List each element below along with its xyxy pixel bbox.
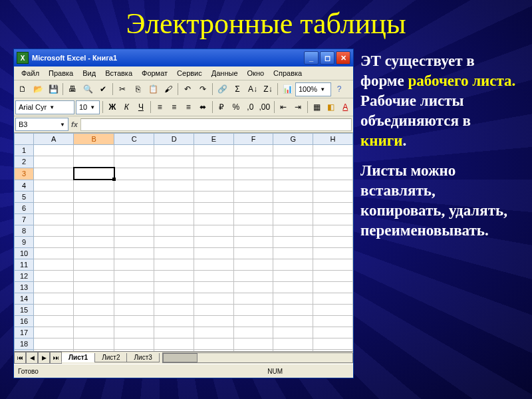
- chart-icon[interactable]: 📊: [280, 82, 295, 96]
- cell-D18[interactable]: [154, 338, 194, 350]
- cell-C4[interactable]: [114, 180, 154, 192]
- cell-H11[interactable]: [313, 259, 353, 271]
- cell-G8[interactable]: [273, 225, 313, 237]
- cell-A12[interactable]: [34, 271, 74, 282]
- cell-G15[interactable]: [273, 305, 313, 316]
- menu-data[interactable]: Данные: [207, 68, 243, 78]
- undo-icon[interactable]: ↶: [180, 82, 195, 96]
- row-header-16[interactable]: 16: [15, 316, 34, 327]
- cell-F3[interactable]: [233, 168, 273, 180]
- cell-B2[interactable]: [74, 156, 114, 168]
- cell-D3[interactable]: [154, 168, 194, 180]
- indent-inc-icon[interactable]: ⇥: [291, 100, 305, 114]
- cell-B19[interactable]: [74, 350, 114, 352]
- cell-E15[interactable]: [194, 305, 233, 316]
- cell-G16[interactable]: [273, 316, 313, 327]
- row-header-4[interactable]: 4: [15, 180, 34, 192]
- cell-H4[interactable]: [313, 180, 353, 192]
- cell-D14[interactable]: [154, 293, 194, 305]
- cell-E3[interactable]: [194, 168, 233, 180]
- cell-C3[interactable]: [114, 168, 154, 180]
- bold-icon[interactable]: Ж: [106, 100, 119, 114]
- new-icon[interactable]: 🗋: [15, 82, 30, 96]
- cell-D1[interactable]: [154, 145, 194, 156]
- cell-C13[interactable]: [114, 282, 154, 293]
- row-header-17[interactable]: 17: [15, 327, 34, 338]
- spreadsheet-grid[interactable]: ABCDEFGH1234567891011121314151617181920: [14, 133, 353, 351]
- row-header-13[interactable]: 13: [15, 282, 34, 293]
- sheet-tab-3[interactable]: Лист3: [126, 353, 159, 362]
- cell-B15[interactable]: [74, 305, 114, 316]
- cell-D15[interactable]: [154, 305, 194, 316]
- cell-D13[interactable]: [154, 282, 194, 293]
- cell-F16[interactable]: [233, 316, 273, 327]
- cell-G18[interactable]: [273, 338, 313, 350]
- align-center-icon[interactable]: ≡: [168, 100, 181, 114]
- underline-icon[interactable]: Ч: [134, 100, 148, 114]
- cell-A19[interactable]: [34, 350, 74, 352]
- spell-icon[interactable]: ✔: [96, 82, 110, 96]
- row-header-12[interactable]: 12: [15, 271, 34, 282]
- row-header-10[interactable]: 10: [15, 248, 34, 259]
- cell-A5[interactable]: [34, 192, 74, 203]
- menu-window[interactable]: Окно: [243, 68, 269, 78]
- sort-desc-icon[interactable]: Z↓: [261, 82, 275, 96]
- cell-F8[interactable]: [233, 225, 273, 237]
- cell-G12[interactable]: [273, 271, 313, 282]
- cell-G7[interactable]: [273, 214, 313, 225]
- italic-icon[interactable]: К: [120, 100, 134, 114]
- col-header-A[interactable]: A: [34, 134, 74, 145]
- maximize-button[interactable]: ◻: [320, 51, 334, 65]
- cell-G1[interactable]: [273, 145, 313, 156]
- row-header-19[interactable]: 19: [15, 350, 34, 352]
- border-icon[interactable]: ▦: [310, 100, 323, 114]
- formula-input[interactable]: [80, 118, 352, 131]
- cell-F15[interactable]: [233, 305, 273, 316]
- cell-F9[interactable]: [233, 237, 273, 248]
- cell-H5[interactable]: [313, 192, 353, 203]
- copy-icon[interactable]: ⎘: [130, 82, 145, 96]
- cell-A17[interactable]: [34, 327, 74, 338]
- cell-H10[interactable]: [313, 248, 353, 259]
- cell-C8[interactable]: [114, 225, 154, 237]
- save-icon[interactable]: 💾: [46, 82, 61, 96]
- row-header-1[interactable]: 1: [15, 145, 34, 156]
- cell-B7[interactable]: [74, 214, 114, 225]
- tab-nav-first[interactable]: ⏮: [14, 352, 26, 364]
- cell-B5[interactable]: [74, 192, 114, 203]
- align-right-icon[interactable]: ≡: [182, 100, 196, 114]
- row-header-15[interactable]: 15: [15, 305, 34, 316]
- cell-C9[interactable]: [114, 237, 154, 248]
- cell-E10[interactable]: [194, 248, 233, 259]
- cell-H2[interactable]: [313, 156, 353, 168]
- cell-H12[interactable]: [313, 271, 353, 282]
- cell-G13[interactable]: [273, 282, 313, 293]
- cell-B1[interactable]: [74, 145, 114, 156]
- cell-H3[interactable]: [313, 168, 353, 180]
- cell-G4[interactable]: [273, 180, 313, 192]
- cell-C2[interactable]: [114, 156, 154, 168]
- cell-F10[interactable]: [233, 248, 273, 259]
- cell-D4[interactable]: [154, 180, 194, 192]
- cell-F4[interactable]: [233, 180, 273, 192]
- cell-D12[interactable]: [154, 271, 194, 282]
- tab-nav-next[interactable]: ▶: [38, 352, 50, 364]
- cell-A14[interactable]: [34, 293, 74, 305]
- cell-E12[interactable]: [194, 271, 233, 282]
- link-icon[interactable]: 🔗: [215, 82, 229, 96]
- cell-A10[interactable]: [34, 248, 74, 259]
- cell-G9[interactable]: [273, 237, 313, 248]
- row-header-9[interactable]: 9: [15, 237, 34, 248]
- cell-D11[interactable]: [154, 259, 194, 271]
- cell-F12[interactable]: [233, 271, 273, 282]
- cell-B13[interactable]: [74, 282, 114, 293]
- cell-G17[interactable]: [273, 327, 313, 338]
- row-header-2[interactable]: 2: [15, 156, 34, 168]
- cell-F14[interactable]: [233, 293, 273, 305]
- cell-F17[interactable]: [233, 327, 273, 338]
- cell-E11[interactable]: [194, 259, 233, 271]
- cell-H16[interactable]: [313, 316, 353, 327]
- cell-D5[interactable]: [154, 192, 194, 203]
- cell-D10[interactable]: [154, 248, 194, 259]
- percent-icon[interactable]: %: [229, 100, 243, 114]
